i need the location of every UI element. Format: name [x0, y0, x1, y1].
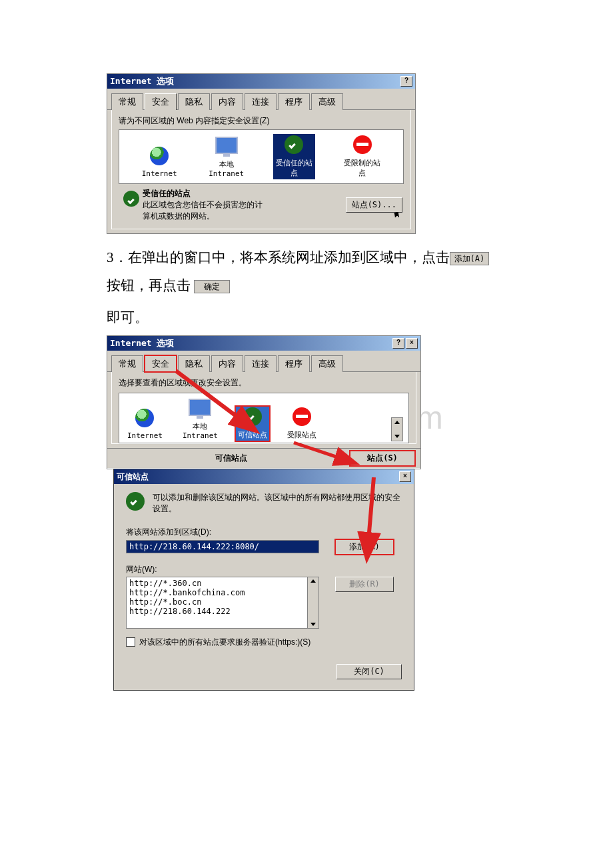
zone-trusted-sites[interactable]: 可信站点: [235, 406, 270, 441]
tab-general[interactable]: 常规: [111, 355, 143, 372]
remove-button[interactable]: 删除(R): [335, 577, 394, 592]
tab-advanced[interactable]: 高级: [311, 355, 343, 372]
tab-security[interactable]: 安全: [145, 355, 177, 372]
tabstrip: 常规 安全 隐私 内容 连接 程序 高级: [107, 351, 420, 372]
internet-options-dialog-2: Internet 选项 ? × 常规 安全 隐私 内容 连接 程序 高级 选择要…: [107, 335, 421, 469]
list-item[interactable]: http://*.bankofchina.com: [129, 588, 316, 597]
zone-scroll[interactable]: [391, 417, 403, 441]
close-button[interactable]: 关闭(C): [336, 664, 402, 679]
inline-add-button: 添加(A): [450, 252, 490, 265]
tab-connections[interactable]: 连接: [245, 93, 277, 110]
stop-icon: [353, 135, 372, 154]
trusted-desc: 可以添加和删除该区域的网站。该区域中的所有网站都使用区域的安全设置。: [153, 492, 402, 515]
dialog-title: 可信站点: [117, 471, 149, 483]
zone-internet[interactable]: Internet: [139, 145, 180, 179]
tab-advanced[interactable]: 高级: [311, 93, 343, 110]
tab-general[interactable]: 常规: [111, 93, 143, 110]
close-button[interactable]: ×: [399, 471, 411, 482]
check-icon: [123, 191, 139, 207]
zone-internet[interactable]: Internet: [125, 407, 165, 441]
list-item[interactable]: http://*.360.cn: [129, 579, 316, 588]
list-item[interactable]: http://218.60.144.222: [129, 607, 316, 616]
dialog-title: Internet 选项: [110, 337, 174, 349]
list-item[interactable]: http://*.boc.cn: [129, 597, 316, 607]
titlebar: Internet 选项 ?: [107, 74, 415, 89]
help-button[interactable]: ?: [400, 76, 412, 87]
close-button[interactable]: ×: [406, 338, 418, 349]
inline-ok-button: 确定: [194, 280, 230, 293]
check-icon: [285, 135, 303, 154]
add-site-input[interactable]: http://218.60.144.222:8080/: [126, 540, 319, 553]
tab-content[interactable]: 内容: [211, 93, 243, 110]
add-button[interactable]: 添加(A): [335, 539, 394, 555]
selected-zone-label: 可信站点: [113, 453, 350, 464]
trusted-desc-line1: 此区域包含您信任不会损害您的计: [143, 199, 346, 211]
tab-content[interactable]: 内容: [211, 355, 243, 372]
tab-security[interactable]: 安全: [145, 93, 177, 110]
tab-programs[interactable]: 程序: [278, 355, 310, 372]
zone-restricted-sites[interactable]: 受限制的站 点: [341, 134, 383, 179]
tab-privacy[interactable]: 隐私: [178, 355, 210, 372]
instruction-paragraph: 3．在弹出的窗口中，将本系统网址添加到区域中，点击添加(A): [107, 243, 506, 271]
dialog-title: Internet 选项: [110, 75, 174, 87]
zone-trusted-sites[interactable]: 受信任的站 点: [273, 134, 315, 179]
trusted-heading: 受信任的站点: [143, 188, 346, 199]
zone-restricted-sites[interactable]: 受限站点: [285, 406, 319, 441]
globe-icon: [150, 147, 169, 165]
check-icon: [126, 492, 145, 511]
zone-local-intranet[interactable]: 本地 Intranet: [180, 397, 221, 441]
trusted-sites-dialog: 可信站点 × 可以添加和删除该区域的网站。该区域中的所有网站都使用区域的安全设置…: [113, 469, 414, 691]
stop-icon: [293, 407, 311, 426]
tab-privacy[interactable]: 隐私: [178, 93, 210, 110]
add-label: 将该网站添加到区域(D):: [126, 527, 402, 538]
monitor-icon: [215, 137, 238, 154]
list-scrollbar[interactable]: [307, 577, 318, 628]
help-button[interactable]: ?: [392, 338, 404, 349]
zone-selector: Internet 本地 Intranet 受信任的站 点 受限制的站 点: [119, 129, 404, 184]
tab-connections[interactable]: 连接: [245, 355, 277, 372]
globe-icon: [135, 409, 154, 427]
trusted-desc-line2: 算机或数据的网站。: [143, 211, 346, 222]
internet-options-dialog-1: Internet 选项 ? 常规 安全 隐私 内容 连接 程序 高级 请为不同区…: [107, 73, 416, 234]
tab-programs[interactable]: 程序: [278, 93, 310, 110]
instruction-paragraph-2: 按钮，再点击 确定: [107, 271, 506, 299]
zone-prompt: 选择要查看的区域或更改安全设置。: [119, 377, 409, 389]
titlebar: Internet 选项 ? ×: [107, 336, 420, 351]
titlebar: 可信站点 ×: [114, 469, 414, 484]
zone-prompt: 请为不同区域的 Web 内容指定安全设置(Z): [119, 115, 404, 127]
sites-button[interactable]: 站点(S): [350, 451, 415, 466]
list-label: 网站(W):: [126, 564, 402, 575]
monitor-icon: [189, 399, 211, 416]
check-icon: [243, 407, 262, 426]
instruction-paragraph-3: 即可。: [107, 303, 506, 331]
sites-button[interactable]: 站点(S)...: [346, 197, 402, 213]
zone-local-intranet[interactable]: 本地 Intranet: [206, 135, 247, 179]
sites-listbox[interactable]: http://*.360.cn http://*.bankofchina.com…: [126, 577, 319, 629]
https-check-row[interactable]: 对该区域中的所有站点要求服务器验证(https:)(S): [126, 637, 402, 648]
tabstrip: 常规 安全 隐私 内容 连接 程序 高级: [107, 89, 415, 110]
checkbox-icon[interactable]: [126, 637, 135, 647]
